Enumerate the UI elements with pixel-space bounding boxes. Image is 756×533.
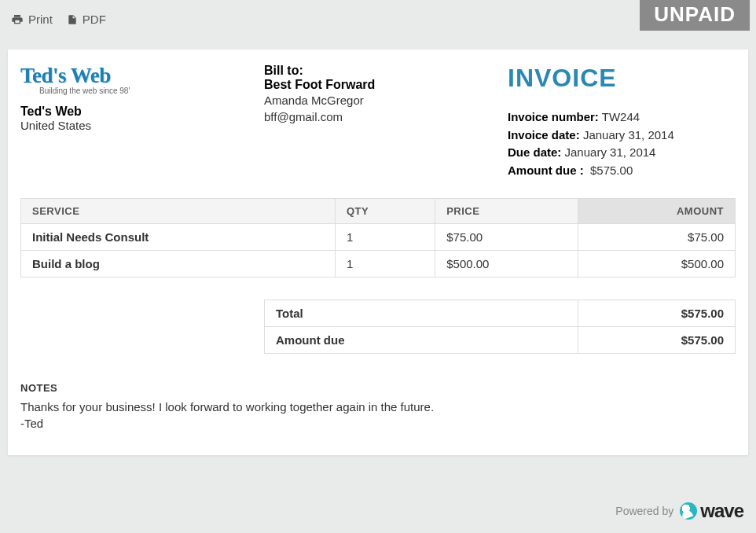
invoice-number: TW244 [602, 110, 640, 123]
bill-to-label: Bill to: [264, 64, 500, 78]
item-amount: $75.00 [578, 224, 736, 251]
item-service: Initial Needs Consult [21, 224, 336, 251]
wave-logo[interactable]: wave [680, 500, 743, 522]
print-icon [11, 13, 24, 26]
bill-to-email: bff@gmail.com [264, 108, 500, 125]
notes-body: Thanks for your business! I look forward… [20, 399, 736, 432]
amount-due-row-label: Amount due [265, 327, 578, 354]
item-price: $75.00 [435, 224, 578, 251]
item-price: $500.00 [435, 251, 578, 278]
total-value: $575.00 [578, 300, 736, 327]
item-service: Build a blog [21, 251, 336, 278]
actions-group: Print PDF [11, 0, 106, 26]
invoice-meta-block: INVOICE Invoice number: TW244 Invoice da… [508, 64, 736, 179]
total-row: Total $575.00 [265, 300, 736, 327]
invoice-number-line: Invoice number: TW244 [508, 108, 736, 127]
invoice-card: Ted's Web Building the web since 98' Ted… [8, 50, 748, 455]
print-button[interactable]: Print [11, 13, 53, 26]
table-row: Build a blog 1 $500.00 $500.00 [21, 251, 736, 278]
powered-by-label: Powered by [615, 505, 673, 517]
col-service: SERVICE [21, 199, 336, 224]
pdf-button[interactable]: PDF [67, 13, 106, 26]
amount-due-line: Amount due : $575.00 [508, 162, 736, 180]
table-header-row: SERVICE QTY PRICE AMOUNT [21, 199, 736, 224]
item-qty: 1 [335, 224, 435, 251]
totals-table: Total $575.00 Amount due $575.00 [264, 300, 736, 354]
company-tagline: Building the web since 98' [39, 86, 256, 95]
bill-to-contact: Amanda McGregor [264, 92, 500, 108]
company-block: Ted's Web Building the web since 98' Ted… [20, 64, 256, 179]
company-name: Ted's Web [20, 105, 256, 119]
col-amount: AMOUNT [578, 199, 736, 224]
item-qty: 1 [335, 251, 435, 278]
col-qty: QTY [335, 199, 435, 224]
line-items-table: SERVICE QTY PRICE AMOUNT Initial Needs C… [20, 198, 736, 278]
col-price: PRICE [435, 199, 578, 224]
company-logo-text: Ted's Web [20, 64, 256, 88]
table-row: Initial Needs Consult 1 $75.00 $75.00 [21, 224, 736, 251]
item-amount: $500.00 [578, 251, 736, 278]
invoice-date-label: Invoice date: [508, 128, 580, 142]
invoice-number-label: Invoice number: [508, 110, 599, 123]
status-badge: UNPAID [640, 0, 750, 31]
amount-due-value: $575.00 [590, 164, 633, 177]
due-date: January 31, 2014 [565, 145, 656, 159]
wave-brand-text: wave [700, 500, 743, 522]
print-label: Print [28, 13, 53, 26]
file-icon [67, 13, 78, 26]
pdf-label: PDF [83, 13, 106, 26]
bill-to-name: Best Foot Forward [264, 78, 500, 92]
invoice-date: January 31, 2014 [583, 128, 674, 142]
top-bar: Print PDF UNPAID [0, 0, 756, 31]
company-country: United States [20, 119, 256, 132]
invoice-header: Ted's Web Building the web since 98' Ted… [20, 64, 736, 179]
due-date-label: Due date: [508, 145, 561, 159]
amount-due-row-value: $575.00 [578, 327, 736, 354]
amount-due-label: Amount due : [508, 164, 584, 177]
due-date-line: Due date: January 31, 2014 [508, 144, 736, 162]
total-label: Total [265, 300, 578, 327]
amount-due-row: Amount due $575.00 [265, 327, 736, 354]
bill-to-block: Bill to: Best Foot Forward Amanda McGreg… [264, 64, 500, 179]
wave-icon [680, 502, 697, 520]
invoice-title: INVOICE [508, 64, 736, 93]
invoice-date-line: Invoice date: January 31, 2014 [508, 127, 736, 145]
footer: Powered by wave [615, 500, 743, 522]
notes-heading: NOTES [20, 382, 736, 394]
